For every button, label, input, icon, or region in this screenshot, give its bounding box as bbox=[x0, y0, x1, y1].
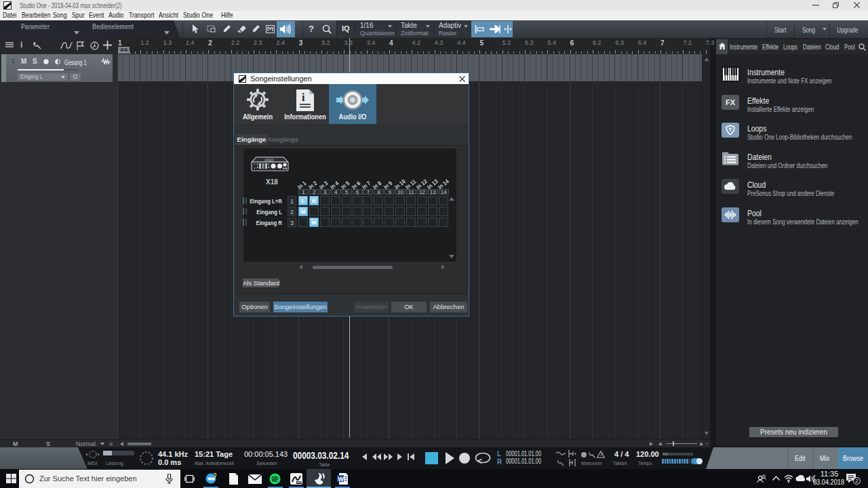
svg-text:AIMP: AIMP bbox=[297, 481, 302, 484]
svg-text:ASIO: ASIO bbox=[264, 158, 274, 162]
svg-text:i: i bbox=[302, 92, 305, 103]
svg-text:W: W bbox=[338, 476, 344, 483]
